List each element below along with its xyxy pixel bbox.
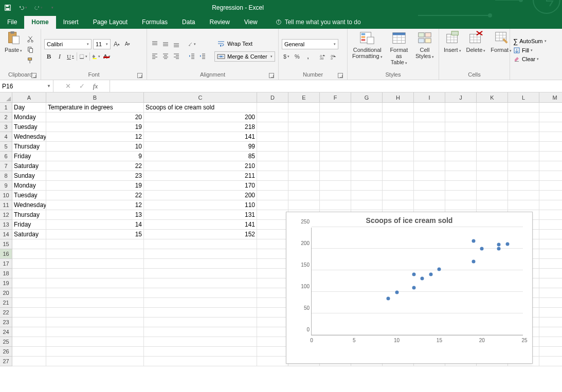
- tab-view[interactable]: View: [237, 16, 265, 29]
- cell[interactable]: [445, 200, 477, 210]
- cell[interactable]: [46, 337, 144, 347]
- cell[interactable]: [383, 161, 414, 171]
- chart-point[interactable]: [497, 247, 501, 251]
- col-header-L[interactable]: L: [508, 92, 539, 103]
- enter-formula-icon[interactable]: ✓: [79, 82, 85, 90]
- cell[interactable]: Wednesday: [12, 200, 46, 210]
- cell[interactable]: [539, 249, 562, 259]
- cell[interactable]: [46, 357, 144, 366]
- cell[interactable]: [288, 103, 320, 113]
- col-header-I[interactable]: I: [414, 92, 445, 103]
- cell[interactable]: [46, 318, 144, 327]
- cell[interactable]: [414, 142, 445, 152]
- increase-decimal-icon[interactable]: .0.00: [318, 52, 327, 61]
- row-header-18[interactable]: 18: [0, 269, 12, 278]
- cell[interactable]: [257, 269, 288, 278]
- cell[interactable]: [257, 357, 288, 366]
- row-header-20[interactable]: 20: [0, 288, 12, 298]
- cell[interactable]: Friday: [12, 220, 46, 230]
- cell[interactable]: 15: [46, 230, 144, 239]
- row-header-4[interactable]: 4: [0, 132, 12, 142]
- cell[interactable]: [257, 230, 288, 239]
- cell[interactable]: [539, 259, 562, 269]
- italic-button[interactable]: I: [55, 52, 64, 61]
- conditional-formatting-button[interactable]: Conditional Formatting: [351, 30, 384, 61]
- cell[interactable]: [144, 259, 257, 269]
- row-header-10[interactable]: 10: [0, 191, 12, 200]
- cell[interactable]: [508, 113, 539, 122]
- chart-point[interactable]: [472, 239, 475, 242]
- underline-button[interactable]: U: [66, 52, 75, 61]
- chart-point[interactable]: [395, 290, 398, 294]
- cell[interactable]: [508, 122, 539, 132]
- cell[interactable]: [414, 161, 445, 171]
- qat-customize-icon[interactable]: [49, 3, 55, 12]
- autosum-button[interactable]: ∑AutoSum▾: [513, 38, 547, 45]
- formula-input[interactable]: [110, 80, 562, 92]
- cell[interactable]: [320, 103, 351, 113]
- cell[interactable]: [477, 161, 508, 171]
- cell[interactable]: [12, 288, 46, 298]
- col-header-H[interactable]: H: [383, 92, 414, 103]
- cell[interactable]: [539, 132, 562, 142]
- cell[interactable]: [539, 152, 562, 161]
- tell-me-search[interactable]: Tell me what you want to do: [275, 18, 361, 29]
- cell[interactable]: [539, 308, 562, 318]
- cell[interactable]: [257, 239, 288, 249]
- col-header-F[interactable]: F: [320, 92, 351, 103]
- wrap-text-button[interactable]: Wrap Text: [214, 39, 275, 49]
- cell[interactable]: [445, 103, 477, 113]
- cell[interactable]: Tuesday: [12, 191, 46, 200]
- row-header-17[interactable]: 17: [0, 259, 12, 269]
- cell[interactable]: [144, 288, 257, 298]
- cell[interactable]: [351, 191, 383, 200]
- cell[interactable]: [257, 259, 288, 269]
- percent-format-icon[interactable]: %: [293, 52, 302, 61]
- cell[interactable]: [539, 230, 562, 239]
- cell[interactable]: [351, 152, 383, 161]
- cell[interactable]: [539, 142, 562, 152]
- cell[interactable]: 211: [144, 171, 257, 181]
- row-header-27[interactable]: 27: [0, 357, 12, 366]
- cell[interactable]: [383, 171, 414, 181]
- embedded-chart[interactable]: Scoops of ice cream sold 050100150200250…: [286, 212, 533, 364]
- cell[interactable]: [257, 161, 288, 171]
- cell[interactable]: [539, 239, 562, 249]
- cell[interactable]: [12, 337, 46, 347]
- cell[interactable]: 218: [144, 122, 257, 132]
- cell[interactable]: [351, 122, 383, 132]
- decrease-font-icon[interactable]: A▾: [123, 40, 132, 49]
- cell[interactable]: [539, 122, 562, 132]
- col-header-G[interactable]: G: [351, 92, 383, 103]
- row-header-3[interactable]: 3: [0, 122, 12, 132]
- cell[interactable]: 10: [46, 142, 144, 152]
- cell[interactable]: [144, 347, 257, 357]
- cell[interactable]: 200: [144, 191, 257, 200]
- cell[interactable]: [12, 357, 46, 366]
- cell[interactable]: [445, 113, 477, 122]
- cell[interactable]: 19: [46, 181, 144, 191]
- cell[interactable]: [257, 113, 288, 122]
- cell[interactable]: 22: [46, 191, 144, 200]
- cell[interactable]: [320, 152, 351, 161]
- chart-point[interactable]: [472, 260, 475, 264]
- cell[interactable]: [288, 113, 320, 122]
- cell[interactable]: [257, 132, 288, 142]
- align-bottom-icon[interactable]: [172, 40, 181, 49]
- cell[interactable]: [477, 113, 508, 122]
- chart-point[interactable]: [412, 272, 415, 276]
- cell[interactable]: [351, 200, 383, 210]
- cell[interactable]: [12, 269, 46, 278]
- cell[interactable]: [257, 181, 288, 191]
- tab-insert[interactable]: Insert: [56, 16, 86, 29]
- cell[interactable]: [508, 103, 539, 113]
- cell[interactable]: [144, 327, 257, 337]
- bold-button[interactable]: B: [44, 52, 53, 61]
- cell[interactable]: [144, 318, 257, 327]
- cell[interactable]: [508, 181, 539, 191]
- number-dialog-launcher[interactable]: [338, 73, 343, 78]
- cell[interactable]: [12, 298, 46, 308]
- cell[interactable]: [445, 181, 477, 191]
- cell[interactable]: [257, 308, 288, 318]
- cell[interactable]: 20: [46, 113, 144, 122]
